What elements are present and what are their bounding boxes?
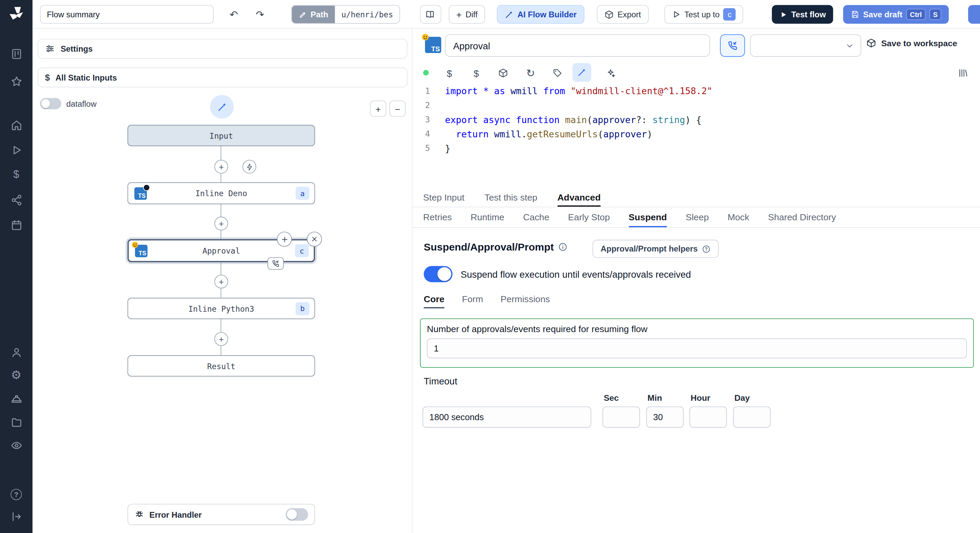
audit-eye-icon[interactable] xyxy=(10,439,22,451)
diff-button[interactable]: +Diff xyxy=(449,5,485,24)
pencil-icon xyxy=(299,10,307,18)
tab-permissions[interactable]: Permissions xyxy=(501,290,550,308)
package-reload-icon[interactable] xyxy=(495,65,511,81)
trigger-bolt-button[interactable] xyxy=(243,160,256,173)
tab-form[interactable]: Form xyxy=(462,290,483,308)
tab-early-stop[interactable]: Early Stop xyxy=(568,207,610,227)
tab-retries[interactable]: Retries xyxy=(423,207,452,227)
node-inline-python[interactable]: Inline Python3 b xyxy=(127,298,315,319)
insert-step-button[interactable]: + xyxy=(215,217,228,230)
zoom-out-button[interactable]: − xyxy=(389,101,406,117)
timeout-min-input[interactable] xyxy=(646,406,684,428)
tab-advanced[interactable]: Advanced xyxy=(557,187,601,207)
step-name-input[interactable] xyxy=(445,34,710,57)
star-icon[interactable] xyxy=(10,75,22,87)
script-version-select[interactable] xyxy=(750,34,861,57)
save-draft-button[interactable]: Save draft Ctrl S xyxy=(843,5,949,24)
node-approval-label: Approval xyxy=(202,246,240,255)
test-flow-button[interactable]: Test flow xyxy=(772,5,833,24)
tab-mock[interactable]: Mock xyxy=(727,207,749,227)
advanced-tabs: Retries Runtime Cache Early Stop Suspend… xyxy=(412,207,980,228)
approvals-required-box: Number of approvals/events required for … xyxy=(420,319,974,368)
insert-step-button[interactable]: + xyxy=(215,274,228,288)
suspend-enable-toggle[interactable] xyxy=(424,266,452,282)
code-editor[interactable]: 1import * as wmill from "windmill-client… xyxy=(412,84,980,187)
timeout-sec-input[interactable] xyxy=(603,406,640,428)
schedules-icon[interactable] xyxy=(10,219,22,231)
insert-step-button[interactable]: + xyxy=(215,160,228,173)
wand-icon xyxy=(504,10,514,19)
test-up-to-button[interactable]: Test up to c xyxy=(664,5,743,24)
approval-prompt-helpers-button[interactable]: Approval/Prompt helpers xyxy=(592,240,719,258)
static-inputs-row[interactable]: $ All Static Inputs xyxy=(37,67,407,87)
resources-dollar-icon[interactable]: $ xyxy=(468,65,485,81)
node-result[interactable]: Result xyxy=(127,355,315,376)
library-panel-icon[interactable] xyxy=(955,65,972,81)
ai-flow-builder-button[interactable]: AI Flow Builder xyxy=(497,5,584,24)
flow-summary-input[interactable] xyxy=(40,5,214,24)
tab-suspend[interactable]: Suspend xyxy=(628,207,667,227)
sparkles-icon[interactable] xyxy=(603,65,619,81)
sec-header: Sec xyxy=(604,393,619,403)
home-icon[interactable] xyxy=(10,119,22,131)
dataflow-toggle-row: dataflow xyxy=(40,98,97,109)
export-button[interactable]: Export xyxy=(597,5,649,24)
deploy-button-partial[interactable] xyxy=(968,5,980,24)
tab-sleep[interactable]: Sleep xyxy=(686,207,709,227)
history-icon[interactable]: ↻ xyxy=(523,65,539,81)
tab-step-input[interactable]: Step Input xyxy=(423,187,464,207)
tab-core[interactable]: Core xyxy=(424,290,444,308)
settings-icon[interactable]: ⚙ xyxy=(10,368,22,381)
info-icon[interactable] xyxy=(558,243,568,252)
book-icon xyxy=(426,10,436,19)
help-icon[interactable]: ? xyxy=(10,488,22,501)
runs-icon[interactable] xyxy=(10,143,22,156)
undo-button[interactable]: ↶ xyxy=(224,6,244,23)
docs-button[interactable] xyxy=(420,5,441,24)
kanban-icon[interactable] xyxy=(10,48,22,60)
suspend-phone-indicator[interactable] xyxy=(267,257,284,270)
user-icon[interactable] xyxy=(10,346,22,359)
tab-test-this-step[interactable]: Test this step xyxy=(485,187,537,207)
dataflow-toggle[interactable] xyxy=(40,98,61,109)
variables-icon[interactable]: $ xyxy=(10,168,22,181)
insert-step-button[interactable]: + xyxy=(215,332,228,346)
tag-icon[interactable] xyxy=(549,65,566,81)
tab-runtime[interactable]: Runtime xyxy=(471,207,504,227)
tab-shared-directory[interactable]: Shared Directory xyxy=(768,207,836,227)
node-input[interactable]: Input xyxy=(127,125,315,146)
timeout-hour-input[interactable] xyxy=(689,406,727,428)
ai-assist-wand-button[interactable] xyxy=(210,95,234,119)
flows-icon[interactable] xyxy=(10,194,22,206)
suspend-phone-button[interactable] xyxy=(720,34,745,57)
move-step-button[interactable] xyxy=(277,232,292,246)
windmill-logo[interactable] xyxy=(8,6,24,22)
delete-step-button[interactable] xyxy=(307,232,322,246)
path-label: Path xyxy=(311,10,328,19)
typescript-icon: TS xyxy=(135,244,148,257)
folders-icon[interactable] xyxy=(10,416,22,428)
redo-icon: ↷ xyxy=(256,8,264,21)
zoom-in-button[interactable]: + xyxy=(370,101,386,117)
workers-icon[interactable] xyxy=(10,393,22,405)
typescript-icon: TS xyxy=(425,37,441,53)
redo-button[interactable]: ↷ xyxy=(250,6,270,23)
tab-cache[interactable]: Cache xyxy=(523,207,549,227)
node-inline-deno[interactable]: TS Inline Deno a xyxy=(127,182,315,204)
ai-wand-active-icon[interactable] xyxy=(572,63,591,82)
timeout-day-input[interactable] xyxy=(733,406,770,428)
topbar: ↶ ↷ Path u/henri/bes +Diff AI Flow Build… xyxy=(33,0,980,29)
path-button[interactable]: Path u/henri/bes xyxy=(291,5,400,24)
save-to-workspace-button[interactable]: Save to workspace xyxy=(866,38,957,48)
collapse-sidebar-icon[interactable] xyxy=(10,510,22,523)
approvals-required-input[interactable] xyxy=(427,339,967,359)
error-handler-toggle[interactable] xyxy=(285,508,308,521)
variables-dollar-icon[interactable]: $ xyxy=(441,65,458,81)
typescript-icon: TS xyxy=(134,187,147,200)
save-icon xyxy=(851,10,859,19)
node-result-label: Result xyxy=(207,361,235,371)
timeout-seconds-input[interactable] xyxy=(423,406,592,428)
error-handler-row[interactable]: Error Handler xyxy=(127,504,315,525)
flow-graph-panel: Settings $ All Static Inputs dataflow + … xyxy=(33,29,413,533)
flow-settings-row[interactable]: Settings xyxy=(37,39,407,59)
